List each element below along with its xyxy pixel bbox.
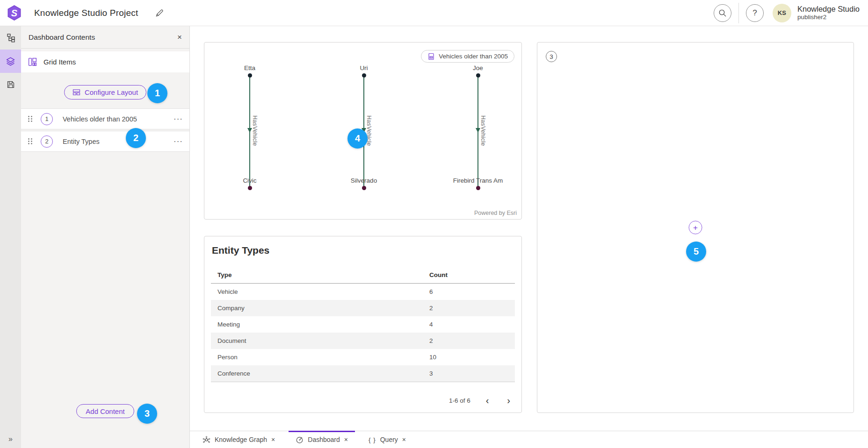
item-options-button[interactable]: ··· bbox=[174, 114, 183, 124]
search-button[interactable] bbox=[714, 4, 731, 22]
braces-icon: { } bbox=[369, 436, 376, 443]
table-row[interactable]: Conference 3 bbox=[211, 365, 515, 382]
app-logo-icon: S bbox=[7, 5, 22, 21]
edge-label: HasVehicle bbox=[252, 115, 258, 146]
avatar[interactable]: KS bbox=[773, 4, 791, 22]
close-panel-button[interactable]: × bbox=[177, 33, 182, 42]
add-content-button[interactable]: Add Content bbox=[76, 404, 134, 418]
cell-count: 3 bbox=[429, 370, 433, 377]
cell-count: 4 bbox=[429, 321, 433, 328]
esri-attribution: Powered by Esri bbox=[474, 210, 517, 216]
close-icon: × bbox=[177, 33, 182, 42]
vehicle-node[interactable] bbox=[476, 186, 480, 190]
slot-number-badge: 3 bbox=[546, 51, 557, 62]
edge-line[interactable] bbox=[249, 78, 250, 188]
tab-query[interactable]: { } Query × bbox=[362, 431, 413, 448]
tab-label: Query bbox=[380, 436, 398, 443]
knowledge-graph-icon bbox=[203, 436, 210, 444]
table-row[interactable]: Document 2 bbox=[211, 333, 515, 349]
entity-types-table: Type Count Vehicle 6 Company 2 Meeting 4… bbox=[211, 266, 515, 382]
node-label: Etta bbox=[217, 64, 282, 71]
tab-knowledge-graph[interactable]: Knowledge Graph × bbox=[195, 431, 282, 448]
question-icon: ? bbox=[752, 8, 757, 18]
user-name: Knowledge Studio bbox=[797, 5, 860, 14]
node-label: Firebird Trans Am bbox=[445, 177, 511, 184]
add-content-label: Add Content bbox=[86, 407, 124, 415]
annotation-badge-1: 1 bbox=[147, 83, 167, 103]
close-tab-icon[interactable]: × bbox=[402, 436, 406, 443]
tab-dashboard[interactable]: Dashboard × bbox=[289, 431, 355, 448]
edit-title-button[interactable] bbox=[155, 8, 164, 18]
table-row[interactable]: Company 2 bbox=[211, 300, 515, 316]
panel-header: Dashboard Contents × bbox=[21, 26, 189, 49]
list-item-vehicles[interactable]: 1 Vehicles older than 2005 ··· bbox=[21, 108, 189, 129]
view-tab-bar: Knowledge Graph × Dashboard × { } Query … bbox=[190, 431, 868, 448]
cell-count: 6 bbox=[429, 288, 433, 295]
ellipsis-icon: ··· bbox=[174, 137, 183, 146]
ellipsis-icon: ··· bbox=[174, 114, 183, 123]
node-label: Silverado bbox=[331, 177, 397, 184]
item-label: Entity Types bbox=[63, 138, 100, 145]
layers-icon bbox=[6, 57, 15, 66]
person-node[interactable] bbox=[362, 73, 366, 78]
cell-type: Person bbox=[211, 354, 238, 361]
configure-layout-button[interactable]: Configure Layout bbox=[64, 85, 146, 100]
list-item-entity-types[interactable]: 2 Entity Types ··· bbox=[21, 131, 189, 152]
svg-text:S: S bbox=[11, 8, 18, 18]
page-title: Knowledge Studio Project bbox=[34, 8, 138, 18]
save-rail-button[interactable] bbox=[0, 73, 21, 96]
help-button[interactable]: ? bbox=[746, 4, 764, 22]
item-options-button[interactable]: ··· bbox=[174, 137, 183, 146]
previous-page-button[interactable]: ‹ bbox=[483, 395, 492, 406]
next-page-button[interactable]: › bbox=[504, 395, 513, 406]
panel-title: Dashboard Contents bbox=[29, 33, 95, 42]
pagination: 1-6 of 6 ‹ › bbox=[449, 395, 513, 406]
avatar-initials: KS bbox=[778, 9, 787, 16]
person-node[interactable] bbox=[476, 73, 480, 78]
vehicle-node[interactable] bbox=[248, 186, 252, 190]
close-tab-icon[interactable]: × bbox=[271, 436, 275, 443]
cell-count: 10 bbox=[429, 354, 436, 361]
vehicle-node[interactable] bbox=[362, 186, 366, 190]
cell-type: Meeting bbox=[211, 321, 240, 328]
expand-rail-button[interactable]: » bbox=[8, 435, 13, 443]
cell-type: Document bbox=[211, 337, 246, 344]
empty-grid-slot-card: 3 + 5 bbox=[537, 42, 854, 413]
data-model-rail-button[interactable] bbox=[0, 26, 21, 50]
filter-pill[interactable]: Vehicles older than 2005 bbox=[421, 50, 514, 63]
left-icon-rail: » bbox=[0, 26, 21, 448]
edge-arrow-icon bbox=[247, 128, 252, 133]
chevron-right-icon: › bbox=[507, 395, 510, 405]
configure-layout-label: Configure Layout bbox=[85, 88, 138, 96]
layers-rail-button[interactable] bbox=[0, 50, 21, 73]
table-row[interactable]: Meeting 4 bbox=[211, 316, 515, 333]
header-actions: ? KS Knowledge Studio publisher2 bbox=[714, 3, 868, 23]
chevron-left-icon: ‹ bbox=[486, 395, 489, 405]
tab-label: Knowledge Graph bbox=[215, 436, 267, 443]
node-label: Joe bbox=[445, 64, 511, 71]
table-row[interactable]: Vehicle 6 bbox=[211, 284, 515, 300]
annotation-badge-2: 2 bbox=[126, 128, 146, 148]
pencil-icon bbox=[155, 8, 164, 18]
drag-handle-icon[interactable] bbox=[28, 115, 33, 122]
annotation-badge-5: 5 bbox=[686, 242, 706, 262]
item-number: 1 bbox=[45, 115, 48, 122]
table-body: Vehicle 6 Company 2 Meeting 4 Document 2… bbox=[211, 284, 515, 382]
close-tab-icon[interactable]: × bbox=[344, 436, 348, 443]
person-node[interactable] bbox=[248, 73, 252, 78]
tab-label: Dashboard bbox=[308, 436, 340, 443]
layout-grid-icon bbox=[72, 88, 80, 96]
document-icon bbox=[427, 53, 435, 60]
column-header-type[interactable]: Type bbox=[211, 271, 232, 278]
edge-line[interactable] bbox=[477, 78, 478, 188]
item-label: Vehicles older than 2005 bbox=[63, 115, 137, 123]
user-info: Knowledge Studio publisher2 bbox=[797, 5, 860, 21]
graph-column: Etta HasVehicle Civic bbox=[217, 43, 282, 219]
drag-handle-icon[interactable] bbox=[28, 138, 33, 145]
add-element-button[interactable]: + bbox=[689, 221, 702, 235]
double-chevron-icon: » bbox=[8, 435, 13, 443]
plus-icon: + bbox=[693, 223, 698, 232]
column-header-count[interactable]: Count bbox=[429, 271, 448, 278]
item-number-badge: 2 bbox=[41, 135, 53, 148]
table-row[interactable]: Person 10 bbox=[211, 349, 515, 365]
